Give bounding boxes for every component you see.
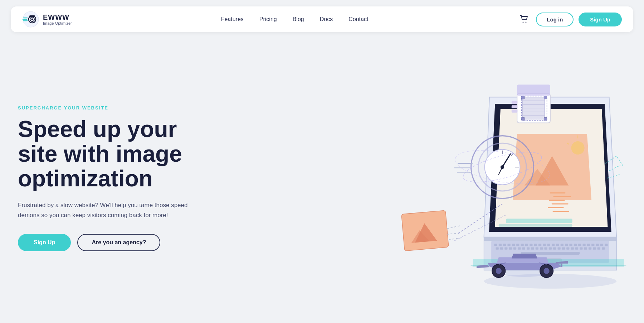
svg-rect-50 [549,248,552,250]
svg-rect-20 [530,244,532,246]
svg-rect-115 [499,224,572,227]
logo-text: EWWW Image Optimizer [43,13,72,25]
svg-rect-72 [561,264,562,267]
svg-rect-48 [540,248,543,250]
nav-blog[interactable]: Blog [293,16,304,23]
svg-rect-53 [562,248,565,250]
brand-subtitle: Image Optimizer [43,21,72,25]
login-button[interactable]: Log in [536,13,574,26]
svg-rect-61 [597,248,600,250]
hero-description: Frustrated by a slow website? We'll help… [18,200,190,220]
svg-rect-41 [509,248,512,250]
brand-name: EWWW [43,13,72,21]
nav-actions: Log in Sign Up [517,13,622,26]
svg-rect-102 [512,101,517,104]
hero-eyebrow: SUPERCHARGE YOUR WEBSITE [18,105,335,111]
signup-nav-button[interactable]: Sign Up [579,13,622,26]
svg-rect-45 [527,248,530,250]
svg-rect-97 [521,96,524,99]
svg-rect-55 [571,248,574,250]
svg-rect-99 [544,117,547,120]
svg-rect-39 [500,248,503,250]
svg-rect-18 [521,244,523,246]
svg-rect-43 [518,248,521,250]
svg-rect-38 [496,248,498,250]
svg-rect-15 [507,244,510,246]
svg-rect-54 [566,248,569,250]
hero-title: Speed up your site with image optimizati… [18,117,204,191]
hero-illustration [335,53,633,303]
hero-content: SUPERCHARGE YOUR WEBSITE Speed up your s… [11,84,335,273]
svg-point-84 [501,165,504,169]
svg-rect-60 [593,248,596,250]
svg-rect-30 [574,244,577,246]
nav-contact[interactable]: Contact [348,16,368,23]
hero-agency-button[interactable]: Are you an agency? [77,234,160,251]
svg-rect-103 [512,105,517,108]
nav-links: Features Pricing Blog Docs Contact [221,16,369,23]
svg-rect-29 [569,244,572,246]
svg-rect-57 [580,248,582,250]
nav-docs[interactable]: Docs [320,16,333,23]
svg-rect-31 [578,244,581,246]
svg-rect-32 [582,244,585,246]
svg-rect-17 [516,244,519,246]
svg-rect-19 [525,244,528,246]
svg-point-74 [496,268,501,274]
cart-icon [519,15,529,24]
svg-rect-56 [575,248,578,250]
svg-rect-52 [557,248,560,250]
svg-rect-105 [517,85,550,96]
hero-buttons: Sign Up Are you an agency? [18,234,335,251]
cart-button[interactable] [517,13,531,26]
svg-point-76 [543,268,549,274]
svg-rect-21 [534,244,537,246]
svg-rect-25 [552,244,555,246]
svg-rect-44 [522,248,525,250]
svg-rect-62 [602,248,605,250]
svg-point-9 [526,22,527,23]
svg-rect-49 [544,248,547,250]
svg-point-6 [31,19,33,20]
svg-rect-13 [499,244,502,246]
hero-signup-button[interactable]: Sign Up [18,234,71,251]
svg-point-8 [523,22,524,23]
svg-rect-24 [547,244,550,246]
svg-rect-114 [506,219,572,223]
svg-rect-37 [605,244,608,246]
svg-rect-14 [503,244,506,246]
svg-rect-34 [591,244,594,246]
svg-rect-27 [561,244,564,246]
svg-rect-46 [531,248,534,250]
logo-icon [22,11,39,28]
svg-rect-7 [29,15,35,17]
svg-rect-28 [565,244,568,246]
svg-rect-47 [536,248,538,250]
svg-rect-40 [504,248,507,250]
svg-rect-42 [513,248,516,250]
nav-features[interactable]: Features [221,16,244,23]
svg-rect-35 [596,244,599,246]
svg-rect-22 [538,244,541,246]
svg-rect-58 [584,248,587,250]
svg-rect-51 [553,248,556,250]
logo: EWWW Image Optimizer [22,11,72,28]
svg-rect-12 [494,244,497,246]
svg-rect-33 [587,244,590,246]
hero-illustration-svg [335,53,633,303]
svg-point-65 [571,141,584,155]
svg-rect-100 [521,117,524,120]
hero-section: SUPERCHARGE YOUR WEBSITE Speed up your s… [11,39,633,318]
svg-rect-104 [512,110,517,113]
svg-rect-23 [543,244,546,246]
svg-rect-98 [544,96,547,99]
svg-rect-26 [556,244,559,246]
svg-rect-36 [600,244,603,246]
navbar: EWWW Image Optimizer Features Pricing Bl… [11,6,633,32]
nav-pricing[interactable]: Pricing [259,16,277,23]
svg-rect-59 [589,248,591,250]
svg-rect-16 [512,244,515,246]
